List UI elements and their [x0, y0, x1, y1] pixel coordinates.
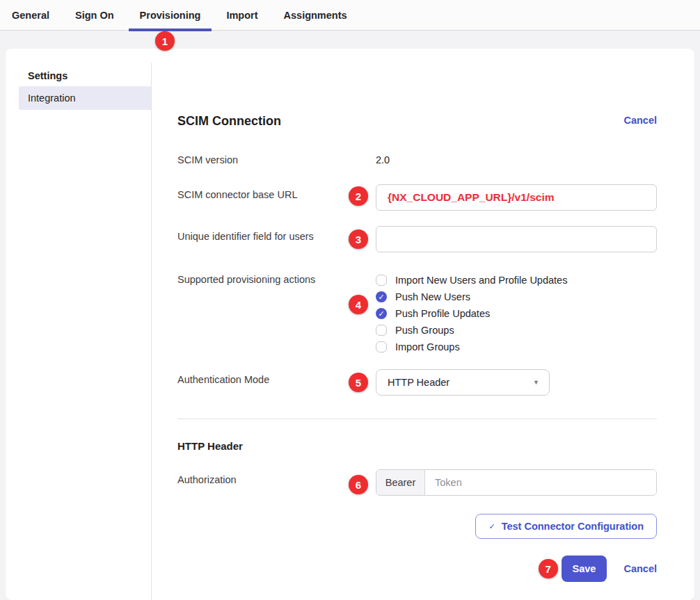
- settings-sidebar: Settings Integration: [6, 49, 152, 600]
- save-button[interactable]: Save: [562, 556, 607, 582]
- step-badge-4: 4: [349, 295, 368, 314]
- unique-id-label: Unique identifier field for users: [177, 226, 376, 243]
- test-connector-row: ✓ Test Connector Configuration: [177, 514, 657, 539]
- authorization-input-group: Bearer: [376, 469, 657, 496]
- checkbox-label: Push New Users: [395, 291, 470, 302]
- auth-mode-selected-value: HTTP Header: [388, 377, 450, 388]
- sidebar-item-integration[interactable]: Integration: [19, 86, 152, 110]
- step-badge-7: 7: [539, 559, 558, 578]
- auth-mode-row: Authentication Mode 5 HTTP Header ▼: [177, 369, 657, 396]
- checkbox-label: Import Groups: [395, 341, 460, 352]
- step-badge-3: 3: [349, 229, 368, 249]
- tab-sign-on[interactable]: Sign On: [75, 0, 114, 31]
- authorization-label: Authorization: [177, 469, 376, 487]
- checkbox-import-groups[interactable]: Import Groups: [376, 339, 657, 355]
- provisioning-page: GeneralSign OnProvisioningImportAssignme…: [0, 0, 700, 600]
- checkbox-label: Push Profile Updates: [395, 308, 490, 319]
- page-title: SCIM Connection: [177, 113, 281, 129]
- scim-version-value: 2.0: [376, 154, 390, 165]
- checkbox-unchecked-icon[interactable]: [376, 325, 387, 336]
- base-url-label: SCIM connector base URL: [177, 184, 376, 202]
- settings-card: Settings Integration SCIM Connection Can…: [6, 49, 694, 600]
- provisioning-actions-list: Import New Users and Profile Updates✓Pus…: [376, 272, 657, 355]
- provisioning-actions-label: Supported provisioning actions: [177, 272, 376, 286]
- checkbox-import-new-users-and-profile-updates[interactable]: Import New Users and Profile Updates: [376, 272, 657, 289]
- scim-version-label: SCIM version: [177, 153, 376, 167]
- bearer-prefix: Bearer: [376, 470, 425, 495]
- step-badge-1: 1: [155, 31, 175, 51]
- auth-mode-label: Authentication Mode: [177, 369, 376, 387]
- scim-connection-panel: SCIM Connection Cancel SCIM version 2.0 …: [152, 49, 694, 600]
- check-icon: ✓: [488, 523, 495, 530]
- tab-assignments[interactable]: Assignments: [284, 0, 347, 31]
- header-cancel-link[interactable]: Cancel: [623, 113, 657, 127]
- chevron-down-icon: ▼: [533, 380, 539, 386]
- checkbox-push-profile-updates[interactable]: ✓Push Profile Updates: [376, 305, 657, 322]
- panel-header: SCIM Connection Cancel: [177, 113, 657, 129]
- unique-id-row: Unique identifier field for users 3: [177, 226, 657, 252]
- checkbox-unchecked-icon[interactable]: [376, 341, 387, 352]
- token-input[interactable]: [425, 470, 656, 495]
- checkbox-push-new-users[interactable]: ✓Push New Users: [376, 289, 657, 305]
- unique-id-input[interactable]: [376, 226, 657, 252]
- base-url-row: SCIM connector base URL 2: [177, 184, 657, 211]
- base-url-input[interactable]: [376, 184, 657, 211]
- checkbox-label: Push Groups: [395, 325, 454, 336]
- step-badge-2: 2: [349, 186, 368, 206]
- checkbox-checked-icon[interactable]: ✓: [376, 291, 387, 302]
- footer-cancel-link[interactable]: Cancel: [623, 562, 657, 576]
- http-header-section-title: HTTP Header: [177, 440, 657, 453]
- checkbox-checked-icon[interactable]: ✓: [376, 308, 387, 319]
- checkbox-push-groups[interactable]: Push Groups: [376, 322, 657, 339]
- scim-version-row: SCIM version 2.0: [177, 153, 657, 167]
- checkbox-unchecked-icon[interactable]: [376, 275, 387, 286]
- tab-general[interactable]: General: [12, 0, 49, 31]
- checkbox-label: Import New Users and Profile Updates: [395, 275, 567, 286]
- step-badge-5: 5: [349, 373, 368, 392]
- test-connector-label: Test Connector Configuration: [502, 521, 644, 532]
- tab-import[interactable]: Import: [226, 0, 257, 31]
- tab-provisioning[interactable]: Provisioning: [140, 0, 201, 31]
- test-connector-button[interactable]: ✓ Test Connector Configuration: [475, 514, 657, 539]
- sidebar-item-label: Integration: [28, 92, 76, 104]
- provisioning-actions-row: Supported provisioning actions 4 Import …: [177, 272, 657, 355]
- section-divider: [177, 419, 657, 419]
- step-badge-6: 6: [349, 475, 368, 494]
- sidebar-heading: Settings: [28, 70, 152, 81]
- authorization-row: Authorization 6 Bearer: [177, 469, 657, 496]
- auth-mode-select[interactable]: HTTP Header ▼: [376, 369, 550, 396]
- app-tabbar: GeneralSign OnProvisioningImportAssignme…: [0, 0, 700, 31]
- save-row: 7 Save Cancel: [177, 556, 657, 582]
